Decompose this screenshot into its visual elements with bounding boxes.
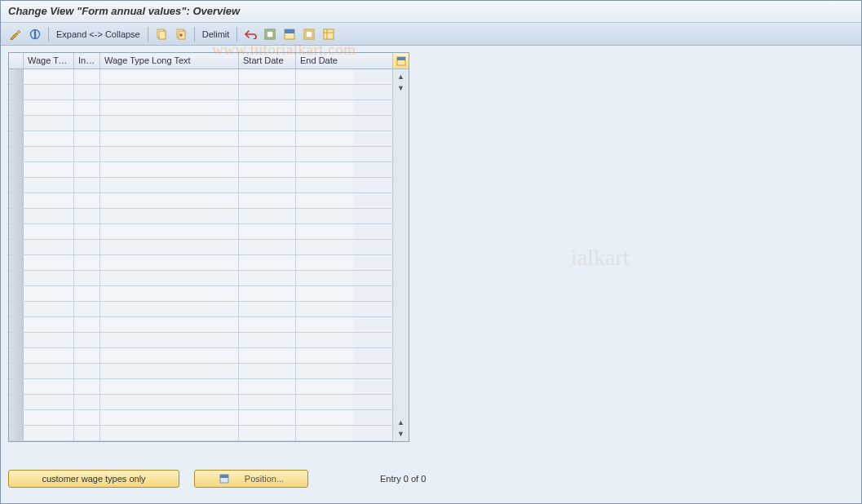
cell-long-text[interactable] — [100, 333, 239, 347]
delimit-button[interactable]: Delimit — [199, 29, 233, 39]
cell-inf[interactable] — [74, 131, 100, 146]
cell-inf[interactable] — [74, 379, 100, 394]
cell-start-date[interactable] — [239, 131, 296, 146]
cell-long-text[interactable] — [100, 348, 239, 363]
cell-wage-type[interactable] — [24, 333, 74, 347]
cell-long-text[interactable] — [100, 395, 239, 409]
cell-end-date[interactable] — [296, 302, 353, 316]
cell-long-text[interactable] — [100, 85, 239, 99]
cell-long-text[interactable] — [100, 255, 239, 270]
cell-long-text[interactable] — [100, 364, 239, 378]
cell-end-date[interactable] — [296, 100, 353, 115]
cell-long-text[interactable] — [100, 69, 239, 84]
cell-start-date[interactable] — [239, 100, 296, 115]
row-selector[interactable] — [9, 116, 24, 130]
cell-wage-type[interactable] — [24, 240, 74, 254]
row-selector-header[interactable] — [9, 53, 24, 69]
scroll-up-icon[interactable]: ▲ — [396, 417, 407, 428]
cell-wage-type[interactable] — [24, 271, 74, 285]
cell-inf[interactable] — [74, 286, 100, 301]
cell-end-date[interactable] — [296, 348, 353, 363]
row-selector[interactable] — [9, 255, 24, 270]
cell-wage-type[interactable] — [24, 147, 74, 161]
row-selector[interactable] — [9, 162, 24, 177]
row-selector[interactable] — [9, 131, 24, 146]
cell-start-date[interactable] — [239, 85, 296, 99]
other-view-icon[interactable] — [26, 26, 44, 42]
cell-start-date[interactable] — [239, 209, 296, 223]
cell-start-date[interactable] — [239, 317, 296, 332]
cell-long-text[interactable] — [100, 116, 239, 130]
expand-collapse-button[interactable]: Expand <-> Collapse — [53, 29, 144, 39]
col-header-end-date[interactable]: End Date — [296, 53, 353, 69]
cell-start-date[interactable] — [239, 271, 296, 285]
col-header-inf[interactable]: Inf... — [74, 53, 100, 69]
cell-long-text[interactable] — [100, 410, 239, 425]
cell-start-date[interactable] — [239, 395, 296, 409]
row-selector[interactable] — [9, 286, 24, 301]
cell-inf[interactable] — [74, 69, 100, 84]
row-selector[interactable] — [9, 85, 24, 99]
col-header-long-text[interactable]: Wage Type Long Text — [100, 53, 239, 69]
cell-inf[interactable] — [74, 240, 100, 254]
cell-wage-type[interactable] — [24, 410, 74, 425]
cell-wage-type[interactable] — [24, 286, 74, 301]
cell-end-date[interactable] — [296, 271, 353, 285]
cell-end-date[interactable] — [296, 147, 353, 161]
cell-long-text[interactable] — [100, 240, 239, 254]
cell-long-text[interactable] — [100, 317, 239, 332]
cell-inf[interactable] — [74, 85, 100, 99]
cell-start-date[interactable] — [239, 178, 296, 192]
scroll-down-icon[interactable]: ▼ — [396, 428, 407, 440]
col-header-start-date[interactable]: Start Date — [239, 53, 296, 69]
cell-long-text[interactable] — [100, 224, 239, 239]
col-header-wage-type[interactable]: Wage Ty... — [24, 53, 74, 69]
cell-inf[interactable] — [74, 255, 100, 270]
cell-start-date[interactable] — [239, 286, 296, 301]
cell-long-text[interactable] — [100, 426, 239, 440]
cell-end-date[interactable] — [296, 240, 353, 254]
cell-inf[interactable] — [74, 224, 100, 239]
cell-inf[interactable] — [74, 333, 100, 347]
cell-start-date[interactable] — [239, 348, 296, 363]
cell-end-date[interactable] — [296, 162, 353, 177]
cell-wage-type[interactable] — [24, 426, 74, 440]
grid-configure-icon[interactable] — [393, 53, 409, 69]
cell-inf[interactable] — [74, 116, 100, 130]
cell-wage-type[interactable] — [24, 116, 74, 130]
copy-as-icon[interactable] — [172, 26, 190, 42]
row-selector[interactable] — [9, 69, 24, 84]
cell-end-date[interactable] — [296, 178, 353, 192]
cell-wage-type[interactable] — [24, 162, 74, 177]
row-selector[interactable] — [9, 348, 24, 363]
cell-end-date[interactable] — [296, 395, 353, 409]
select-all-icon[interactable] — [261, 26, 279, 42]
scroll-down-icon[interactable]: ▼ — [396, 82, 407, 94]
copy-icon[interactable] — [153, 26, 170, 42]
cell-inf[interactable] — [74, 426, 100, 440]
cell-end-date[interactable] — [296, 224, 353, 239]
cell-start-date[interactable] — [239, 379, 296, 394]
cell-inf[interactable] — [74, 209, 100, 223]
cell-start-date[interactable] — [239, 426, 296, 440]
row-selector[interactable] — [9, 100, 24, 115]
row-selector[interactable] — [9, 333, 24, 347]
cell-long-text[interactable] — [100, 131, 239, 146]
select-block-icon[interactable] — [281, 26, 298, 42]
cell-wage-type[interactable] — [24, 302, 74, 316]
row-selector[interactable] — [9, 426, 24, 440]
vertical-scrollbar[interactable]: ▲ ▼ ▲ ▼ — [393, 69, 409, 441]
cell-long-text[interactable] — [100, 209, 239, 223]
cell-end-date[interactable] — [296, 69, 353, 84]
cell-wage-type[interactable] — [24, 395, 74, 409]
cell-long-text[interactable] — [100, 193, 239, 208]
cell-wage-type[interactable] — [24, 364, 74, 378]
cell-long-text[interactable] — [100, 271, 239, 285]
row-selector[interactable] — [9, 193, 24, 208]
scroll-up-icon[interactable]: ▲ — [396, 71, 407, 82]
row-selector[interactable] — [9, 317, 24, 332]
cell-long-text[interactable] — [100, 147, 239, 161]
cell-wage-type[interactable] — [24, 224, 74, 239]
cell-wage-type[interactable] — [24, 255, 74, 270]
cell-inf[interactable] — [74, 317, 100, 332]
